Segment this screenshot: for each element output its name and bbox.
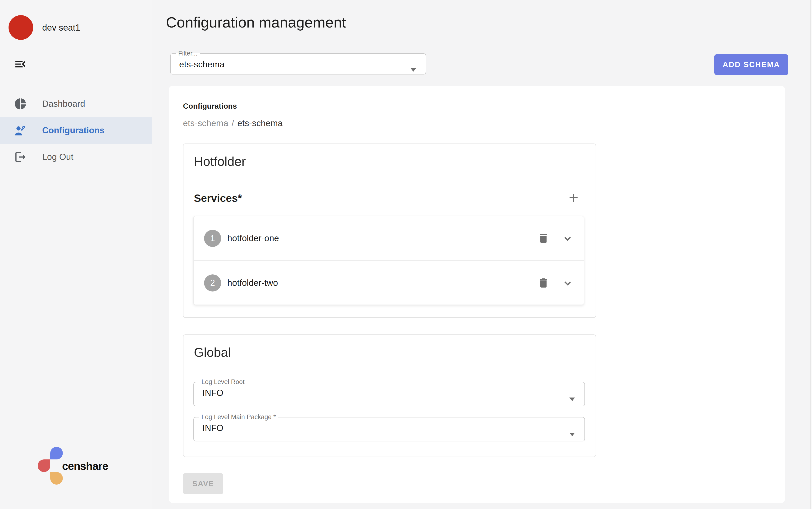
log-level-main-package-select[interactable]: Log Level Main Package * INFO (193, 414, 585, 441)
logout-icon (14, 150, 27, 164)
configuration-management-app: dev seat1 Dashboard (0, 0, 812, 509)
engineering-icon (14, 124, 27, 137)
delete-service-icon[interactable] (537, 232, 550, 244)
logo-petal-red (38, 460, 50, 472)
delete-service-icon[interactable] (537, 277, 550, 289)
service-row[interactable]: 1 hotfolder-one (194, 216, 584, 261)
breadcrumb: ets-schema/ets-schema (183, 118, 283, 128)
sidebar-nav: Dashboard (0, 91, 152, 170)
log-level-root-value: INFO (202, 388, 585, 398)
service-index-badge: 1 (204, 230, 221, 247)
sidebar: dev seat1 Dashboard (0, 0, 152, 509)
global-card-title: Global (194, 345, 231, 360)
log-level-main-package-label: Log Level Main Package * (199, 414, 278, 420)
log-level-main-package-value: INFO (202, 423, 585, 433)
breadcrumb-separator: / (228, 118, 237, 128)
hotfolder-card: Hotfolder Services* 1 hotfolder-one (183, 143, 596, 318)
filter-select[interactable]: Filter... ets-schema (170, 50, 426, 74)
content-panel: Configurations ets-schema/ets-schema Hot… (169, 86, 785, 503)
page-title: Configuration management (166, 14, 346, 31)
add-schema-button[interactable]: ADD SCHEMA (714, 54, 788, 75)
log-level-root-label: Log Level Root (199, 379, 247, 385)
dropdown-arrow-icon (569, 433, 575, 436)
expand-service-icon[interactable] (561, 232, 574, 245)
dropdown-arrow-icon (410, 68, 416, 72)
menu-collapse-icon[interactable] (14, 58, 27, 71)
hotfolder-card-title: Hotfolder (194, 154, 246, 169)
sidebar-item-logout[interactable]: Log Out (0, 144, 152, 170)
log-level-root-select[interactable]: Log Level Root INFO (193, 379, 585, 406)
user-name: dev seat1 (42, 23, 80, 33)
sidebar-item-label: Dashboard (42, 99, 85, 109)
services-label: Services* (194, 192, 242, 204)
filter-select-label: Filter... (176, 50, 200, 57)
service-name: hotfolder-one (227, 233, 537, 243)
breadcrumb-current: ets-schema (237, 118, 283, 128)
breadcrumb-parent[interactable]: ets-schema (183, 118, 228, 128)
add-service-icon[interactable] (567, 192, 580, 204)
sidebar-item-dashboard[interactable]: Dashboard (0, 91, 152, 117)
dropdown-arrow-icon (569, 398, 575, 401)
global-card: Global Log Level Root INFO Log Level Mai… (183, 334, 596, 457)
logo-wordmark: censhare (62, 460, 108, 472)
user-avatar[interactable] (8, 15, 33, 40)
save-button[interactable]: SAVE (183, 473, 223, 494)
pie-chart-icon (14, 97, 27, 110)
sidebar-item-label: Log Out (42, 152, 73, 162)
services-list: 1 hotfolder-one 2 hotfolde (193, 216, 584, 305)
filter-select-value: ets-schema (179, 60, 426, 69)
service-row[interactable]: 2 hotfolder-two (194, 261, 584, 305)
sidebar-item-configurations[interactable]: Configurations (0, 117, 152, 144)
service-index-badge: 2 (204, 274, 221, 292)
expand-service-icon[interactable] (561, 276, 574, 290)
service-name: hotfolder-two (227, 278, 537, 288)
breadcrumb-section-label: Configurations (183, 102, 237, 110)
logo-petal-orange (50, 472, 63, 484)
logo-petal-blue (50, 447, 63, 460)
sidebar-item-label: Configurations (42, 126, 105, 135)
scrollbar-track[interactable] (810, 0, 812, 509)
